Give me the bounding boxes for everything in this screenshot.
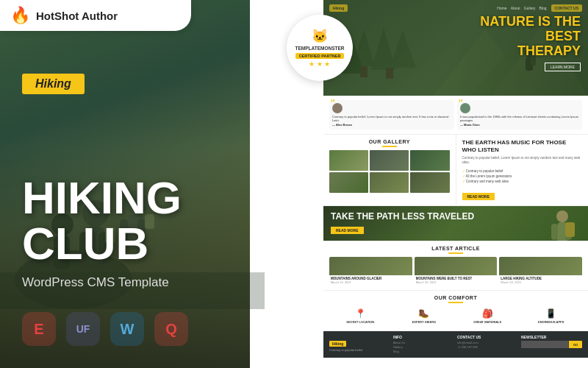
mp-gallery-img-3 bbox=[410, 150, 449, 171]
subtitle: WordPress CMS Template bbox=[22, 275, 243, 290]
mp-hero-text: NATURE IS THE BEST THERAPY LEARN MORE bbox=[480, 15, 581, 71]
mp-hero-title: NATURE IS THE BEST THERAPY bbox=[480, 15, 581, 58]
mp-footer-col-info: INFO About Us Gallery Blog bbox=[393, 335, 454, 354]
svg-rect-29 bbox=[551, 224, 558, 240]
plugin-icons-row: E UF W Q bbox=[22, 312, 243, 346]
mp-footer-col-contact: CONTACT US info@email.com +1 234 567 890 bbox=[457, 335, 518, 354]
mp-footer-newsletter-title: NEWSLETTER bbox=[521, 335, 582, 339]
unyson-icon: UF bbox=[66, 312, 100, 346]
mp-articles-title: Latest Article bbox=[329, 246, 582, 254]
mp-footer-phone: +1 234 567 890 bbox=[457, 345, 518, 349]
mp-earth-checklist: Contrary to popular belief All the Lorem… bbox=[462, 169, 583, 184]
mp-article-3: LARGE HIKING ALTITUDE March 24, 2021 bbox=[499, 257, 582, 286]
tm-logo-icon: 🐱 bbox=[312, 28, 328, 44]
mp-comfort-label-4: ENORMOUS APPS bbox=[523, 320, 581, 324]
mp-comfort-icon-3: 🎒 bbox=[459, 308, 517, 319]
mp-gallery-img-6 bbox=[410, 172, 449, 193]
mp-nav-about: About bbox=[511, 6, 520, 10]
mp-gallery-col: OUR GALLERY bbox=[323, 135, 456, 206]
mp-articles-section: Latest Article MOUNTAINS AROUND GLACIER … bbox=[323, 241, 588, 291]
mp-comfort-icon-2: 🥾 bbox=[395, 308, 453, 319]
left-panel: Hiking HIKING CLUB WordPress CMS Templat… bbox=[0, 0, 265, 368]
mp-nav-gallery: Gallery bbox=[524, 6, 536, 10]
mp-path-title: TAKE THE PATH LESS TRAVELED bbox=[331, 212, 581, 222]
mp-articles-grid: MOUNTAINS AROUND GLACIER March 24, 2021 … bbox=[329, 257, 582, 286]
mp-nav-home: Home bbox=[497, 6, 506, 10]
mp-hero-section: Hiking Home About Gallery Blog CONTACT U… bbox=[323, 0, 588, 96]
mp-earth-col: THE EARTH HAS MUSIC FOR THOSE WHO LISTEN… bbox=[456, 135, 589, 206]
mp-path-section: TAKE THE PATH LESS TRAVELED READ MORE bbox=[323, 206, 588, 241]
mp-gallery-earth-row: OUR GALLERY THE EARTH HAS MUSIC FOR THOS… bbox=[323, 135, 588, 206]
mp-comfort-item-1: 📍 SECRET LOCATION bbox=[329, 306, 392, 326]
mp-test-item-1: Contrary to popular belief, Lorem Ipsum … bbox=[329, 100, 454, 130]
svg-point-27 bbox=[556, 210, 568, 222]
mini-preview: Hiking Home About Gallery Blog CONTACT U… bbox=[323, 0, 588, 368]
mp-comfort-icons: 📍 SECRET LOCATION 🥾 EXPERT HIKERS 🎒 GREA… bbox=[329, 306, 582, 326]
mp-nav-blog: Blog bbox=[539, 6, 547, 10]
mp-check-1: Contrary to popular belief bbox=[462, 169, 583, 174]
mp-comfort-item-4: 📱 ENORMOUS APPS bbox=[520, 306, 583, 326]
mp-newsletter-btn[interactable]: GO bbox=[569, 341, 582, 348]
mp-footer-link-1: About Us bbox=[393, 341, 454, 344]
mp-footer-desc: Contrary to popular belief bbox=[329, 348, 390, 352]
mp-footer-email: info@email.com bbox=[457, 341, 518, 344]
mp-article-text-3: LARGE HIKING ALTITUDE March 24, 2021 bbox=[499, 275, 582, 286]
mp-footer-logo: Hiking bbox=[329, 341, 346, 347]
mp-footer-link-3: Blog bbox=[393, 350, 454, 353]
mp-check-2: All the Lorem Ipsum generators bbox=[462, 174, 583, 179]
mp-test-text-1: Contrary to popular belief, Lorem Ipsum … bbox=[332, 115, 451, 122]
tm-certified: CERTIFIED PARTNER bbox=[295, 53, 345, 59]
mp-test-photo-2 bbox=[460, 103, 470, 113]
right-panel: 🐱 TemplateMonster CERTIFIED PARTNER ★ ★ … bbox=[250, 0, 588, 368]
mp-gallery-grid bbox=[329, 150, 450, 193]
mp-gallery-img-4 bbox=[329, 172, 368, 193]
svg-rect-20 bbox=[386, 68, 393, 79]
template-monster-badge: 🐱 TemplateMonster CERTIFIED PARTNER ★ ★ … bbox=[287, 15, 353, 81]
mp-comfort-icon-4: 📱 bbox=[523, 308, 581, 319]
mp-footer: Hiking Contrary to popular belief INFO A… bbox=[323, 331, 588, 358]
mp-article-1: MOUNTAINS AROUND GLACIER March 24, 2021 bbox=[329, 257, 412, 286]
mp-earth-read-more[interactable]: READ MORE bbox=[462, 193, 495, 200]
elementor-icon: E bbox=[22, 312, 56, 346]
mp-comfort-label-2: EXPERT HIKERS bbox=[395, 320, 453, 324]
mp-testimonial-section: Contrary to popular belief, Lorem Ipsum … bbox=[323, 96, 588, 135]
mp-article-2: MOUNTAINS WERE BUILT TO REST March 24, 2… bbox=[415, 257, 498, 286]
mp-test-item-2: It was popularised in the 1960s with the… bbox=[457, 100, 582, 130]
mp-test-text-2: It was popularised in the 1960s with the… bbox=[460, 115, 579, 122]
tm-name: TemplateMonster bbox=[295, 46, 344, 52]
mp-gallery-img-1 bbox=[329, 150, 368, 171]
mp-article-text-1: MOUNTAINS AROUND GLACIER March 24, 2021 bbox=[329, 275, 412, 286]
mp-comfort-label-1: SECRET LOCATION bbox=[331, 320, 390, 324]
mp-footer-info-title: INFO bbox=[393, 335, 454, 339]
brand-name: HotShot Author bbox=[36, 10, 118, 22]
mp-comfort-title: OUR COMFORT bbox=[329, 295, 582, 303]
mp-gallery-img-2 bbox=[370, 150, 409, 171]
mp-article-img-1 bbox=[329, 257, 412, 275]
mp-article-text-2: MOUNTAINS WERE BUILT TO REST March 24, 2… bbox=[415, 275, 498, 286]
mp-gallery-img-5 bbox=[370, 172, 409, 193]
mp-footer-col-newsletter: NEWSLETTER GO bbox=[521, 335, 582, 354]
mp-article-img-3 bbox=[499, 257, 582, 275]
mp-earth-title: THE EARTH HAS MUSIC FOR THOSE WHO LISTEN bbox=[462, 139, 583, 153]
mp-earth-desc: Contrary to popular belief, Lorem Ipsum … bbox=[462, 156, 583, 166]
mp-learn-more-btn[interactable]: LEARN MORE bbox=[545, 63, 581, 71]
mp-comfort-item-2: 🥾 EXPERT HIKERS bbox=[393, 306, 456, 326]
hiking-badge: Hiking bbox=[22, 74, 85, 94]
mp-footer-link-2: Gallery bbox=[393, 345, 454, 349]
mp-footer-col-brand: Hiking Contrary to popular belief bbox=[329, 335, 390, 354]
topbar: 🔥 HotShot Author bbox=[0, 0, 191, 31]
mp-newsletter-input[interactable] bbox=[521, 341, 568, 348]
mp-article-img-2 bbox=[415, 257, 498, 275]
mp-comfort-item-3: 🎒 GREAT MATERIALS bbox=[456, 306, 519, 326]
mp-comfort-section: OUR COMFORT 📍 SECRET LOCATION 🥾 EXPERT H… bbox=[323, 291, 588, 331]
mp-footer-contact-title: CONTACT US bbox=[457, 335, 518, 339]
svg-rect-33 bbox=[565, 222, 575, 237]
tm-stars: ★ ★ ★ bbox=[309, 60, 330, 68]
mp-path-btn[interactable]: READ MORE bbox=[331, 227, 364, 234]
main-title: HIKING CLUB bbox=[22, 175, 243, 266]
quform-icon: Q bbox=[154, 312, 188, 346]
mp-comfort-icon-1: 📍 bbox=[331, 308, 390, 319]
mp-gallery-title: OUR GALLERY bbox=[329, 139, 450, 147]
mp-check-3: Contrary and many web sites bbox=[462, 179, 583, 184]
left-content: Hiking HIKING CLUB WordPress CMS Templat… bbox=[0, 0, 265, 368]
